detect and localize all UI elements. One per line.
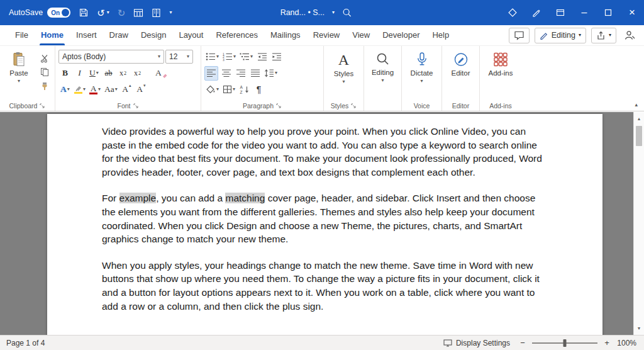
styles-button[interactable]: A Styles ▾ <box>327 48 360 84</box>
align-left-button[interactable] <box>204 66 218 81</box>
zoom-percentage[interactable]: 100% <box>616 339 636 347</box>
format-painter-button[interactable] <box>38 81 52 91</box>
justify-button[interactable] <box>248 66 262 81</box>
collapse-ribbon-button[interactable]: ▴ <box>635 102 638 108</box>
word-window: AutoSave On ↺ ▾ ↻ ▾ <box>0 0 644 350</box>
body-text[interactable]: When you apply styles, your headings cha… <box>102 260 540 312</box>
zoom-out-button[interactable]: − <box>519 338 526 347</box>
paste-button[interactable]: Paste ▾ <box>4 48 33 101</box>
dialog-launcher-icon[interactable] <box>276 103 282 109</box>
font-group: Aptos (Body) ▾ 12 ▾ B I U ▾ ab x2 <box>55 46 201 111</box>
multilevel-list-button[interactable]: ▾ <box>238 50 254 64</box>
scroll-down-button[interactable]: ▾ <box>634 323 644 334</box>
tab-references[interactable]: References <box>209 25 264 45</box>
body-text[interactable]: Video provides a powerful way to help yo… <box>102 126 542 178</box>
autosave-toggle[interactable]: AutoSave On <box>9 8 70 18</box>
document-paragraph[interactable]: Video provides a powerful way to help yo… <box>102 125 542 179</box>
tab-home[interactable]: Home <box>35 25 70 45</box>
dialog-launcher-icon[interactable] <box>40 103 45 109</box>
display-settings-button[interactable]: Display Settings <box>443 339 510 347</box>
undo-button[interactable]: ↺ ▾ <box>97 8 109 18</box>
tab-review[interactable]: Review <box>307 25 347 45</box>
search-button[interactable] <box>342 8 352 18</box>
shading-button[interactable]: ▾ <box>204 82 220 97</box>
presenter-button[interactable] <box>548 0 572 25</box>
page-indicator[interactable]: Page 1 of 4 <box>0 339 45 347</box>
zoom-slider[interactable] <box>532 339 597 347</box>
document-paragraph[interactable]: For example, you can add a matching cove… <box>102 191 542 246</box>
align-right-button[interactable] <box>234 66 247 81</box>
borders-button[interactable]: ▾ <box>221 82 236 97</box>
document-paragraph[interactable]: When you apply styles, your headings cha… <box>102 259 542 313</box>
zoom-slider-thumb[interactable] <box>564 339 567 347</box>
editing-mode-dropdown[interactable]: Editing ▾ <box>535 28 586 43</box>
body-text[interactable]: , you can add a <box>156 193 225 203</box>
editing-button[interactable]: Editing ▾ <box>367 48 398 83</box>
font-name-combo[interactable]: Aptos (Body) ▾ <box>58 50 164 64</box>
title-area[interactable]: Rand... • S... ▾ <box>280 8 352 18</box>
tab-insert[interactable]: Insert <box>70 25 103 45</box>
superscript-button[interactable]: x2 <box>131 66 144 81</box>
tab-file[interactable]: File <box>9 25 35 45</box>
numbering-button[interactable]: 123 ▾ <box>221 50 237 64</box>
grow-font-button[interactable]: A ▴ <box>120 82 133 97</box>
scroll-up-button[interactable]: ▴ <box>634 113 644 124</box>
customize-toolbar-chevron-icon[interactable]: ▾ <box>169 10 172 15</box>
document-text[interactable]: Video provides a powerful way to help yo… <box>47 114 602 313</box>
decrease-indent-button[interactable] <box>255 50 269 64</box>
bold-button[interactable]: B <box>58 66 72 81</box>
line-spacing-button[interactable]: ▾ <box>263 66 279 81</box>
text-highlight-button[interactable]: ▾ <box>73 82 87 97</box>
shrink-font-button[interactable]: A ▾ <box>135 82 148 97</box>
text-effects-button[interactable]: A ▾ <box>58 82 72 97</box>
italic-button[interactable]: I <box>73 66 86 81</box>
font-color-button[interactable]: A ▾ <box>88 82 102 97</box>
maximize-button[interactable] <box>596 0 620 25</box>
document-page[interactable]: Video provides a powerful way to help yo… <box>47 114 602 335</box>
clear-formatting-button[interactable]: A <box>154 66 169 81</box>
save-button[interactable] <box>79 8 89 18</box>
tab-layout[interactable]: Layout <box>172 25 209 45</box>
highlighted-text[interactable]: matching <box>225 193 265 203</box>
tab-developer[interactable]: Developer <box>376 25 426 45</box>
vertical-scrollbar[interactable]: ▴ ▾ <box>633 112 644 335</box>
font-size-combo[interactable]: 12 ▾ <box>165 50 193 64</box>
chevron-down-icon[interactable]: ▾ <box>107 10 109 15</box>
tab-mailings[interactable]: Mailings <box>264 25 307 45</box>
table-tool-button[interactable] <box>133 8 143 18</box>
comments-button[interactable] <box>509 28 530 43</box>
strikethrough-button[interactable]: ab <box>102 66 115 81</box>
dictate-button[interactable]: Dictate ▾ <box>405 48 438 84</box>
tab-view[interactable]: View <box>346 25 376 45</box>
share-button[interactable]: ▾ <box>591 28 616 43</box>
body-text[interactable]: For <box>102 193 119 203</box>
cut-button[interactable] <box>38 53 52 64</box>
presence-button[interactable] <box>621 30 638 40</box>
dialog-launcher-icon[interactable] <box>351 103 357 109</box>
premium-button[interactable] <box>501 0 525 25</box>
subscript-button[interactable]: x2 <box>116 66 130 81</box>
autosave-switch[interactable]: On <box>47 8 70 18</box>
minimize-button[interactable] <box>572 0 596 25</box>
dialog-launcher-icon[interactable] <box>133 103 139 109</box>
change-case-button[interactable]: Aa ▾ <box>103 82 119 97</box>
tab-help[interactable]: Help <box>426 25 455 45</box>
align-center-button[interactable] <box>219 66 233 81</box>
addins-button[interactable]: Add-ins <box>483 48 518 77</box>
pages-tool-button[interactable] <box>152 8 161 18</box>
close-button[interactable]: × <box>620 0 644 25</box>
zoom-in-button[interactable]: + <box>603 338 611 347</box>
highlighted-text[interactable]: example <box>119 193 157 203</box>
sort-button[interactable]: AZ <box>238 82 251 97</box>
bullets-button[interactable]: ▾ <box>204 50 220 64</box>
editor-button[interactable]: Editor <box>445 48 476 77</box>
ink-button[interactable] <box>525 0 548 25</box>
copy-button[interactable] <box>38 67 52 77</box>
tab-draw[interactable]: Draw <box>103 25 135 45</box>
document-title[interactable]: Rand... • S... <box>280 8 325 17</box>
scrollbar-thumb[interactable] <box>636 126 642 146</box>
show-hide-marks-button[interactable]: ¶ <box>252 82 265 97</box>
underline-button[interactable]: U ▾ <box>87 66 101 81</box>
tab-design[interactable]: Design <box>135 25 172 45</box>
increase-indent-button[interactable] <box>270 50 283 64</box>
